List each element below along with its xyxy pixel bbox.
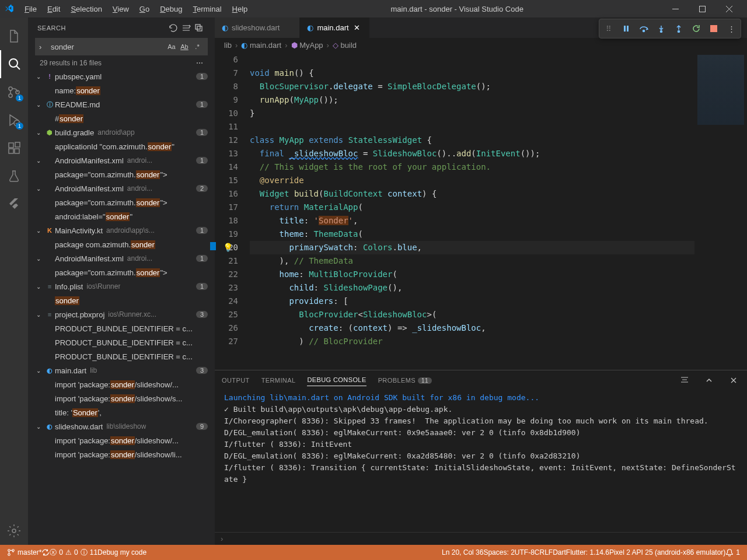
debug-console-output[interactable]: Launching lib\main.dart on Android SDK b… xyxy=(215,390,747,532)
testing-icon[interactable] xyxy=(0,162,28,190)
search-file-row[interactable]: ⌄AndroidManifest.xmlandroi...2 xyxy=(28,181,215,195)
search-match-row[interactable]: import 'package:sonder/slideshow/li... xyxy=(28,447,215,461)
debug-drag-handle-icon[interactable]: ⠿ xyxy=(601,20,617,37)
search-match-row[interactable]: package="com.azimuth.sonder"> xyxy=(28,195,215,209)
panel-tab-debug-console[interactable]: DEBUG CONSOLE xyxy=(307,374,366,386)
search-match-row[interactable]: import 'package:sonder/slideshow/... xyxy=(28,377,215,391)
menu-item-view[interactable]: View xyxy=(108,2,134,16)
search-match-row[interactable]: PRODUCT_BUNDLE_IDENTIFIER = c... xyxy=(28,335,215,349)
search-input[interactable] xyxy=(51,43,165,51)
code-editor[interactable]: void main() { BlocSupervisor.delegate = … xyxy=(250,52,694,370)
search-match-row[interactable]: android:label="sonder" xyxy=(28,209,215,223)
source-control-icon[interactable]: 1 xyxy=(0,78,28,106)
breadcrumb-item[interactable]: lib xyxy=(224,41,232,50)
panel-close-icon[interactable] xyxy=(727,374,740,387)
git-branch-status[interactable]: master* xyxy=(7,548,41,556)
encoding-status[interactable]: UTF-8 xyxy=(515,548,535,556)
svg-rect-8 xyxy=(9,149,13,153)
close-tab-icon[interactable]: ✕ xyxy=(352,23,362,33)
search-match-row[interactable]: # sonder xyxy=(28,111,215,125)
match-case-icon[interactable]: Aa xyxy=(165,40,178,53)
toggle-search-details-icon[interactable]: › xyxy=(39,43,48,51)
search-file-row[interactable]: ⌄AndroidManifest.xmlandroi...1 xyxy=(28,251,215,265)
search-file-row[interactable]: ⌄AndroidManifest.xmlandroi...1 xyxy=(28,153,215,167)
more-options-icon[interactable]: ⋯ xyxy=(196,59,203,67)
search-match-row[interactable]: package="com.azimuth.sonder"> xyxy=(28,265,215,279)
breadcrumb-item[interactable]: ◇ build xyxy=(333,41,357,50)
menu-item-debug[interactable]: Debug xyxy=(155,2,187,16)
search-file-row[interactable]: ⌄⬢build.gradleandroid\app1 xyxy=(28,125,215,139)
debug-step-out-icon[interactable] xyxy=(671,20,687,37)
debug-step-into-icon[interactable] xyxy=(653,20,669,37)
explorer-icon[interactable] xyxy=(0,22,28,50)
menu-item-selection[interactable]: Selection xyxy=(66,2,106,16)
editor-area: ◐slideshow.dart✕◐main.dart✕ ⠿ ⋮ lib›◐ ma… xyxy=(215,18,747,545)
minimap[interactable] xyxy=(694,52,747,370)
indentation-status[interactable]: Spaces: 2 xyxy=(483,548,514,556)
refresh-icon[interactable] xyxy=(167,22,180,34)
debug-restart-icon[interactable] xyxy=(688,20,704,37)
search-file-row[interactable]: ⌄≡project.pbxprojios\Runner.xc...3 xyxy=(28,307,215,321)
search-match-row[interactable]: package com.azimuth.sonder xyxy=(28,237,215,251)
search-results-list[interactable]: ⌄!pubspec.yaml1name: sonder⌄ⓘREADME.md1#… xyxy=(28,69,215,545)
search-match-row[interactable]: import 'package:sonder/slideshow/s... xyxy=(28,391,215,405)
search-file-row[interactable]: ⌄≡Info.plistios\Runner1 xyxy=(28,279,215,293)
clear-search-icon[interactable] xyxy=(180,22,193,34)
search-match-row[interactable]: name: sonder xyxy=(28,83,215,97)
debug-console-input[interactable]: › xyxy=(215,532,747,545)
search-file-row[interactable]: ⌄KMainActivity.ktandroid\app\s...1 xyxy=(28,223,215,237)
svg-rect-15 xyxy=(627,26,629,32)
settings-gear-icon[interactable] xyxy=(0,517,28,545)
panel-maximize-icon[interactable] xyxy=(703,374,715,387)
panel-tab-problems[interactable]: PROBLEMS11 xyxy=(378,374,432,386)
sync-status[interactable] xyxy=(41,548,50,556)
panel-tab-output[interactable]: OUTPUT xyxy=(222,374,250,386)
panel-filter-icon[interactable] xyxy=(678,374,691,387)
collapse-all-icon[interactable] xyxy=(193,22,205,34)
breadcrumb-item[interactable]: ⬢ MyApp xyxy=(291,41,323,50)
search-file-row[interactable]: ⌄!pubspec.yaml1 xyxy=(28,69,215,83)
editor-tab[interactable]: ◐slideshow.dart✕ xyxy=(215,18,300,38)
minimize-button[interactable] xyxy=(662,0,689,18)
breadcrumb[interactable]: lib›◐ main.dart›⬢ MyApp›◇ build xyxy=(215,38,747,52)
search-file-row[interactable]: ⌄◐main.dartlib3 xyxy=(28,363,215,377)
breadcrumb-item[interactable]: ◐ main.dart xyxy=(241,41,281,50)
debug-config-status[interactable]: Debug my code xyxy=(97,548,146,556)
close-button[interactable] xyxy=(715,0,742,18)
search-file-row[interactable]: ⌄◐slideshow.dartlib\slideshow9 xyxy=(28,419,215,433)
match-whole-word-icon[interactable]: Ab xyxy=(178,40,191,53)
search-match-row[interactable]: PRODUCT_BUNDLE_IDENTIFIER = c... xyxy=(28,349,215,363)
search-match-row[interactable]: sonder xyxy=(28,293,215,307)
menu-item-edit[interactable]: Edit xyxy=(43,2,65,16)
line-gutter[interactable]: 678910111213141516171819💡202122232425262… xyxy=(215,52,250,370)
menu-item-terminal[interactable]: Terminal xyxy=(188,2,226,16)
menu-item-file[interactable]: File xyxy=(20,2,41,16)
debug-icon[interactable]: 1 xyxy=(0,106,28,134)
cursor-position-status[interactable]: Ln 20, Col 36 xyxy=(442,548,483,556)
search-match-row[interactable]: package="com.azimuth.sonder"> xyxy=(28,167,215,181)
search-icon[interactable] xyxy=(0,50,28,78)
flutter-icon[interactable] xyxy=(0,190,28,218)
maximize-button[interactable] xyxy=(689,0,715,18)
editor-tab[interactable]: ◐main.dart✕ xyxy=(300,18,369,38)
debug-step-over-icon[interactable] xyxy=(636,20,652,37)
device-status[interactable]: Pixel 2 API 25 (android-x86 emulator) xyxy=(609,548,725,556)
search-match-row[interactable]: title: 'Sonder', xyxy=(28,405,215,419)
problems-status[interactable]: ⓧ0⚠0ⓘ11 xyxy=(50,548,97,558)
search-match-row[interactable]: PRODUCT_BUNDLE_IDENTIFIER = c... xyxy=(28,321,215,335)
panel-tab-terminal[interactable]: TERMINAL xyxy=(261,374,296,386)
notifications-status[interactable]: 1 xyxy=(725,548,740,556)
use-regex-icon[interactable]: .* xyxy=(191,40,204,53)
extensions-icon[interactable] xyxy=(0,134,28,162)
flutter-version-status[interactable]: Flutter: 1.14.6 xyxy=(566,548,609,556)
search-match-row[interactable]: applicationId "com.azimuth.sonder" xyxy=(28,139,215,153)
debug-more-icon[interactable]: ⋮ xyxy=(723,20,739,37)
debug-pause-icon[interactable] xyxy=(618,20,634,37)
eol-status[interactable]: CRLF xyxy=(535,548,553,556)
search-match-row[interactable]: import 'package:sonder/slideshow/... xyxy=(28,433,215,447)
menu-item-help[interactable]: Help xyxy=(228,2,253,16)
debug-stop-icon[interactable] xyxy=(706,20,722,37)
menu-item-go[interactable]: Go xyxy=(135,2,154,16)
search-file-row[interactable]: ⌄ⓘREADME.md1 xyxy=(28,97,215,111)
language-status[interactable]: Dart xyxy=(553,548,566,556)
